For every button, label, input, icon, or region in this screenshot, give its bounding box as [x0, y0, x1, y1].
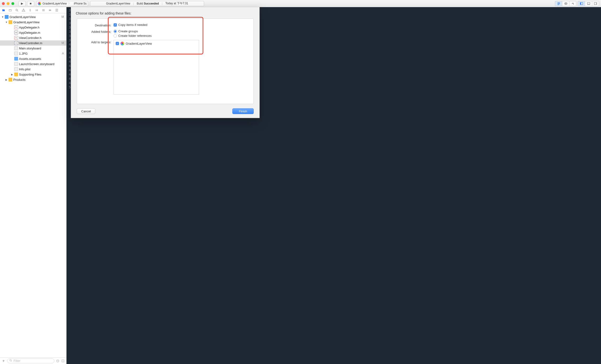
- tree-row[interactable]: ▶Products: [0, 77, 66, 82]
- filter-field[interactable]: Filter: [7, 359, 54, 363]
- navigator-tabs: [0, 7, 66, 13]
- destination-row: Destination: ✓ Copy items if needed: [83, 23, 248, 27]
- tree-row-label: Main.storyboard: [19, 47, 41, 50]
- m-icon: m: [14, 31, 18, 34]
- activity-build-status: Succeeded: [144, 2, 159, 5]
- svg-rect-5: [580, 2, 581, 5]
- assistant-editor-button[interactable]: [562, 1, 569, 6]
- checkmark-icon: ✓: [114, 23, 117, 27]
- cancel-button[interactable]: Cancel: [77, 108, 95, 114]
- editor-mode-segment: [555, 1, 576, 6]
- disclosure-triangle-icon[interactable]: ▼: [5, 21, 8, 23]
- svg-rect-18: [42, 11, 45, 11]
- copy-items-checkbox[interactable]: ✓ Copy items if needed: [114, 23, 248, 27]
- file-tree: ▼GradientLayerViewM▼GradientLayerViewhAp…: [0, 13, 66, 357]
- activity-time: Today at 下午7:31: [165, 1, 188, 5]
- tree-row-label: AppDelegate.m: [19, 31, 40, 34]
- svg-rect-9: [596, 2, 597, 5]
- tree-row-label: ViewController.m: [19, 41, 42, 45]
- zoom-window-button[interactable]: [11, 2, 14, 5]
- tree-row[interactable]: 1.JPGA: [0, 51, 66, 56]
- add-to-targets-row: Add to targets: ✓ GradientLayerView: [83, 40, 248, 95]
- toggle-utilities-button[interactable]: [592, 1, 599, 6]
- folder-icon: [14, 72, 18, 76]
- added-folders-row: Added folders: Create groups Create fold…: [83, 30, 248, 38]
- tree-row-label: LaunchScreen.storyboard: [19, 62, 54, 66]
- stop-button[interactable]: ■: [27, 1, 34, 6]
- divider: |: [133, 2, 134, 5]
- report-navigator-tab[interactable]: [55, 8, 59, 12]
- tree-row[interactable]: ▶Supporting Files: [0, 72, 66, 77]
- app-icon: [120, 41, 124, 45]
- source-control-navigator-tab[interactable]: [8, 8, 12, 12]
- targets-list[interactable]: ✓ GradientLayerView: [114, 40, 199, 95]
- proj-icon: [5, 15, 9, 19]
- create-folder-refs-radio[interactable]: Create folder references: [114, 34, 248, 38]
- tree-row[interactable]: ▼GradientLayerViewM: [0, 14, 66, 20]
- activity-build-prefix: Build: [137, 2, 144, 5]
- folder-icon: [9, 20, 12, 24]
- svg-rect-14: [23, 11, 23, 11]
- svg-point-20: [10, 359, 11, 361]
- pane-toggle-segment: [578, 1, 599, 6]
- disclosure-triangle-icon[interactable]: ▶: [11, 73, 13, 76]
- chevron-right-icon: 〉: [68, 1, 71, 5]
- symbol-navigator-tab[interactable]: [15, 8, 19, 12]
- navigator-footer: + Filter: [0, 357, 66, 364]
- plist-icon: [14, 67, 18, 71]
- tree-row[interactable]: Info.plist: [0, 67, 66, 72]
- finish-button[interactable]: Finish: [232, 108, 254, 114]
- svg-rect-13: [23, 10, 23, 11]
- activity-status: Build Succeeded: [137, 2, 159, 5]
- add-files-sheet: Choose options for adding these files: D…: [71, 7, 260, 118]
- tree-row-label: Assets.xcassets: [19, 57, 41, 61]
- right-toolbar-controls: [555, 1, 599, 6]
- scm-status-badge: M: [61, 15, 64, 19]
- tree-row[interactable]: Main.storyboard: [0, 46, 66, 51]
- minimize-window-button[interactable]: [7, 2, 10, 5]
- tree-row[interactable]: mViewController.mM: [0, 40, 66, 46]
- tree-row-label: Supporting Files: [19, 73, 41, 76]
- disclosure-triangle-icon[interactable]: ▼: [1, 16, 4, 18]
- issue-navigator-tab[interactable]: [28, 8, 32, 12]
- folder-blue-icon: [14, 57, 18, 61]
- filter-icon: [9, 359, 12, 363]
- find-navigator-tab[interactable]: [21, 8, 26, 12]
- tree-row[interactable]: ▼GradientLayerView: [0, 20, 66, 25]
- create-groups-radio[interactable]: Create groups: [114, 30, 248, 33]
- navigator-pane: ▼GradientLayerViewM▼GradientLayerViewhAp…: [0, 7, 67, 364]
- toggle-navigator-button[interactable]: [578, 1, 585, 6]
- svg-rect-17: [42, 9, 45, 10]
- add-button[interactable]: +: [1, 359, 6, 363]
- scm-filter-button[interactable]: [61, 359, 65, 363]
- toggle-debug-area-button[interactable]: [585, 1, 592, 6]
- scheme-product-label: GradientLayerView: [42, 2, 67, 5]
- svg-rect-16: [42, 10, 45, 10]
- run-stop-group: ▶ ■: [19, 1, 34, 6]
- tree-row[interactable]: LaunchScreen.storyboard: [0, 61, 66, 67]
- debug-navigator-tab[interactable]: [41, 8, 46, 12]
- tree-row[interactable]: hAppDelegate.h: [0, 25, 66, 30]
- scheme-selector[interactable]: GradientLayerView 〉 iPhone 5s: [36, 1, 88, 6]
- tree-row[interactable]: Assets.xcassets: [0, 56, 66, 61]
- test-navigator-tab[interactable]: [35, 8, 39, 12]
- run-button[interactable]: ▶: [19, 1, 26, 6]
- breakpoint-navigator-tab[interactable]: [48, 8, 52, 12]
- tree-row[interactable]: hViewController.h: [0, 35, 66, 40]
- standard-editor-button[interactable]: [555, 1, 562, 6]
- version-editor-button[interactable]: [569, 1, 576, 6]
- create-groups-label: Create groups: [118, 30, 138, 33]
- app-icon: [38, 2, 41, 5]
- tree-row-label: ViewController.h: [19, 36, 41, 40]
- tree-row[interactable]: mAppDelegate.m: [0, 30, 66, 35]
- tree-row-label: 1.JPG: [19, 52, 28, 55]
- target-row[interactable]: ✓ GradientLayerView: [115, 41, 198, 46]
- recent-filter-button[interactable]: [56, 359, 60, 363]
- divider: |: [162, 2, 162, 5]
- target-name: GradientLayerView: [126, 42, 152, 45]
- close-window-button[interactable]: [2, 2, 5, 5]
- disclosure-triangle-icon[interactable]: ▶: [5, 78, 8, 81]
- project-navigator-tab[interactable]: [1, 8, 6, 12]
- svg-rect-7: [587, 4, 590, 5]
- folder-icon: [9, 78, 12, 81]
